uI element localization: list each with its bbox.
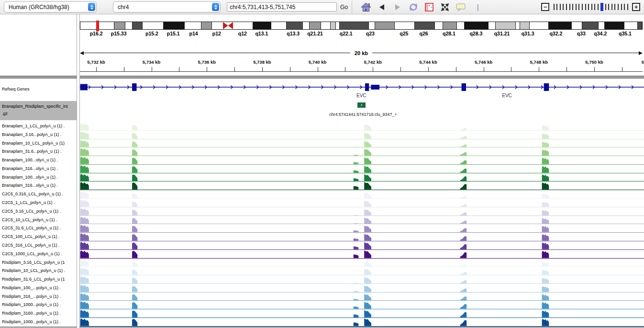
coverage-track-row[interactable] [80, 181, 644, 190]
ideogram-band[interactable] [253, 22, 271, 29]
zoom-tick[interactable] [563, 4, 564, 10]
coverage-track-row[interactable] [80, 216, 644, 225]
coverage-track-row[interactable] [80, 275, 644, 284]
zoom-out-button[interactable]: − [541, 3, 549, 11]
track-label[interactable]: Branaplam_10_LCL_polyA_u (1) [0, 139, 77, 148]
track-label[interactable]: Branaplam_3.16...polyA_u (1) . [0, 131, 77, 139]
track-label[interactable]: Risdiplam_1000...polyA_u (1) . [0, 318, 77, 327]
coverage-track-row[interactable] [80, 147, 644, 156]
ideogram-band[interactable] [516, 22, 520, 29]
genome-select[interactable]: Human (GRCh38/hg38) [4, 1, 97, 12]
ideogram-band[interactable] [339, 22, 369, 29]
ruler[interactable] [80, 66, 643, 72]
forward-button[interactable] [392, 1, 403, 13]
ideogram-band[interactable] [99, 22, 114, 29]
coverage-track-row[interactable] [80, 284, 644, 293]
coverage-track-row[interactable] [80, 309, 644, 318]
ideogram-band[interactable] [582, 22, 599, 29]
ideogram-band[interactable] [369, 22, 375, 29]
ideogram-band[interactable] [132, 22, 143, 29]
zoom-tick[interactable] [605, 4, 606, 10]
track-label[interactable]: Risdiplam_1000...polyA_u (1) . [0, 301, 77, 309]
zoom-tick[interactable] [585, 4, 586, 10]
zoom-tick[interactable] [578, 4, 579, 10]
ideogram-band[interactable] [143, 22, 163, 29]
ideogram-band[interactable] [604, 22, 624, 29]
zoom-tick[interactable] [627, 4, 628, 10]
zoom-tick[interactable] [621, 4, 622, 10]
coverage-track-row[interactable] [80, 190, 644, 199]
coverage-track-row[interactable] [80, 131, 644, 139]
zoom-tick[interactable] [569, 4, 570, 10]
coverage-track-row[interactable] [80, 173, 644, 182]
chromosome-ideogram[interactable] [80, 22, 643, 30]
track-label[interactable]: Branaplam_316...olyA_u (1) . [0, 165, 77, 173]
snapshot-window-button[interactable] [423, 1, 435, 13]
zoom-tick[interactable] [582, 4, 583, 10]
zoom-tick[interactable] [614, 4, 615, 10]
coverage-track-row[interactable] [80, 318, 644, 327]
comment-button[interactable] [455, 1, 466, 13]
coverage-track-row[interactable] [80, 199, 644, 207]
zoom-tick[interactable] [608, 4, 609, 10]
coverage-track-row[interactable] [80, 250, 644, 259]
track-label[interactable]: Branaplam_31.6...polyA_u (1) . [0, 147, 77, 156]
ideogram-band[interactable] [572, 22, 582, 29]
coverage-track-row[interactable] [80, 301, 644, 309]
track-label[interactable]: Risdiplam_100_...polyA_u (1) . [0, 284, 77, 293]
back-button[interactable] [376, 1, 388, 13]
coverage-track-row[interactable] [80, 156, 644, 165]
zoom-tick[interactable] [591, 4, 592, 10]
track-label[interactable]: Risdiplam_3.16_LCL_polyA_u (1 [0, 259, 77, 267]
ideogram-band[interactable] [114, 22, 125, 29]
coverage-track-row[interactable] [80, 122, 644, 131]
ideogram-band[interactable] [336, 22, 339, 29]
track-label[interactable]: Risdiplam_316_...polyA_u (1) . [0, 293, 77, 301]
coverage-track-row[interactable] [80, 293, 644, 301]
ideogram-band[interactable] [464, 22, 489, 29]
zoom-slider[interactable] [552, 3, 629, 11]
track-label-selected[interactable]: Branaplam_Risdiplam_specific_int .gz [0, 101, 77, 120]
zoom-tick[interactable] [588, 4, 589, 10]
zoom-tick[interactable] [554, 4, 555, 10]
refseq-gene-track[interactable]: EVC EVC [80, 79, 644, 101]
track-label[interactable]: Branaplam_100...olyA_u (1) . [0, 173, 77, 182]
track-label[interactable]: Risdiplam_31.6_LCL_polyA_u (1 [0, 275, 77, 284]
ideogram-band[interactable] [223, 22, 233, 29]
zoom-tick[interactable] [572, 4, 573, 10]
zoom-tick[interactable] [618, 4, 619, 10]
ideogram-band[interactable] [599, 22, 604, 29]
intron-feature-track[interactable]: › chr4:5741441:5741716:clu_9347_+ [80, 101, 644, 122]
zoom-tick[interactable] [624, 4, 625, 10]
home-button[interactable] [360, 1, 372, 13]
ideogram-band[interactable] [548, 22, 572, 29]
ideogram-band[interactable] [163, 22, 185, 29]
track-label[interactable]: C2C5_1000_LCL_polyA_u (1) . [0, 250, 77, 259]
ideogram-band[interactable] [309, 22, 322, 29]
zoom-tick[interactable] [598, 4, 599, 10]
ideogram-band[interactable] [125, 22, 132, 29]
ideogram-band[interactable] [495, 22, 515, 29]
track-label[interactable]: Risdiplam_3160...polyA_u (1) . [0, 309, 77, 318]
zoom-tick[interactable] [566, 4, 567, 10]
refresh-button[interactable] [408, 1, 419, 13]
ideogram-band[interactable] [435, 22, 443, 29]
ideogram-band[interactable] [457, 22, 464, 29]
ideogram-band[interactable] [637, 22, 642, 29]
track-label[interactable]: Branaplam_100...olyA_u (1) . [0, 156, 77, 165]
zoom-tick[interactable] [576, 4, 577, 10]
track-label[interactable]: C2C5_3.16_LCL_polyA_u (1) . [0, 207, 77, 216]
track-label[interactable]: C2C5_31.6_LCL_polyA_u (1) . [0, 224, 77, 233]
track-label[interactable]: Branaplam_316...olyA_u (1) . [0, 181, 77, 190]
coverage-track-row[interactable] [80, 259, 644, 267]
locus-input[interactable] [227, 2, 337, 11]
track-label[interactable]: C2C5_100_LCL_polyA_u (1) . [0, 233, 77, 241]
coverage-track-row[interactable] [80, 224, 644, 233]
coverage-track-row[interactable] [80, 267, 644, 275]
panel-splitter[interactable] [77, 14, 80, 328]
track-label[interactable]: C2C5_1_LCL_polyA_u (1) . [0, 199, 77, 207]
go-button[interactable]: Go [340, 4, 348, 11]
ideogram-band[interactable] [321, 22, 330, 29]
ideogram-band[interactable] [185, 22, 201, 29]
ideogram-band[interactable] [375, 22, 395, 29]
